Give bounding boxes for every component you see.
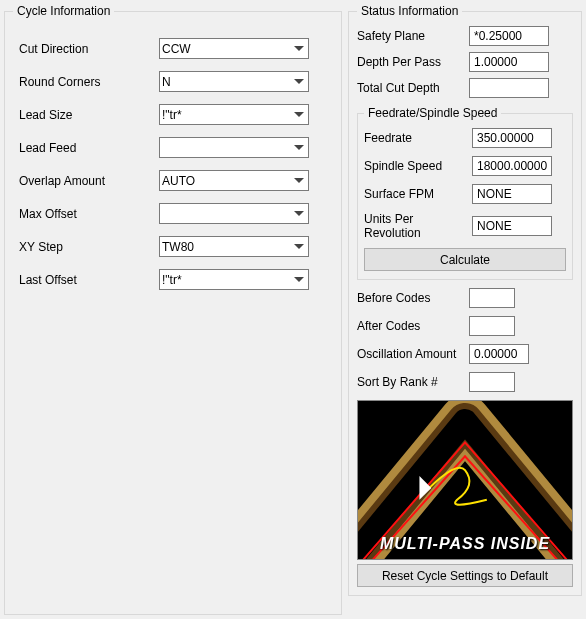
spindle-speed-input[interactable] bbox=[472, 156, 552, 176]
lead-size-label: Lead Size bbox=[13, 108, 159, 122]
before-codes-label: Before Codes bbox=[357, 291, 469, 305]
safety-plane-input[interactable] bbox=[469, 26, 549, 46]
feedrate-label: Feedrate bbox=[364, 131, 472, 145]
cut-direction-select[interactable]: CCW bbox=[159, 38, 309, 59]
sort-rank-input[interactable] bbox=[469, 372, 515, 392]
after-codes-label: After Codes bbox=[357, 319, 469, 333]
total-cut-depth-label: Total Cut Depth bbox=[357, 81, 469, 95]
before-codes-input[interactable] bbox=[469, 288, 515, 308]
overlap-amount-label: Overlap Amount bbox=[13, 174, 159, 188]
depth-per-pass-label: Depth Per Pass bbox=[357, 55, 469, 69]
max-offset-label: Max Offset bbox=[13, 207, 159, 221]
feedrate-input[interactable] bbox=[472, 128, 552, 148]
units-per-rev-label: Units Per Revolution bbox=[364, 212, 472, 240]
surface-fpm-input[interactable] bbox=[472, 184, 552, 204]
round-corners-select[interactable]: N bbox=[159, 71, 309, 92]
total-cut-depth-input[interactable] bbox=[469, 78, 549, 98]
sort-rank-label: Sort By Rank # bbox=[357, 375, 469, 389]
lead-size-select[interactable]: !"tr* bbox=[159, 104, 309, 125]
feedrate-legend: Feedrate/Spindle Speed bbox=[364, 106, 501, 120]
overlap-amount-select[interactable]: AUTO bbox=[159, 170, 309, 191]
xy-step-select[interactable]: TW80 bbox=[159, 236, 309, 257]
last-offset-label: Last Offset bbox=[13, 273, 159, 287]
oscillation-input[interactable] bbox=[469, 344, 529, 364]
last-offset-select[interactable]: !"tr* bbox=[159, 269, 309, 290]
reset-defaults-button[interactable]: Reset Cycle Settings to Default bbox=[357, 564, 573, 587]
calculate-button[interactable]: Calculate bbox=[364, 248, 566, 271]
cycle-preview-image: MULTI-PASS INSIDE bbox=[357, 400, 573, 560]
surface-fpm-label: Surface FPM bbox=[364, 187, 472, 201]
safety-plane-label: Safety Plane bbox=[357, 29, 469, 43]
units-per-rev-input[interactable] bbox=[472, 216, 552, 236]
status-information-group: Status Information Safety Plane Depth Pe… bbox=[348, 4, 582, 596]
xy-step-label: XY Step bbox=[13, 240, 159, 254]
round-corners-label: Round Corners bbox=[13, 75, 159, 89]
status-legend: Status Information bbox=[357, 4, 462, 18]
preview-caption: MULTI-PASS INSIDE bbox=[358, 535, 572, 553]
cut-direction-label: Cut Direction bbox=[13, 42, 159, 56]
cycle-information-group: Cycle Information Cut Direction CCW Roun… bbox=[4, 4, 342, 615]
spindle-speed-label: Spindle Speed bbox=[364, 159, 472, 173]
after-codes-input[interactable] bbox=[469, 316, 515, 336]
feedrate-spindle-group: Feedrate/Spindle Speed Feedrate Spindle … bbox=[357, 106, 573, 280]
oscillation-label: Oscillation Amount bbox=[357, 347, 469, 361]
cycle-legend: Cycle Information bbox=[13, 4, 114, 18]
depth-per-pass-input[interactable] bbox=[469, 52, 549, 72]
lead-feed-select[interactable] bbox=[159, 137, 309, 158]
lead-feed-label: Lead Feed bbox=[13, 141, 159, 155]
max-offset-select[interactable] bbox=[159, 203, 309, 224]
